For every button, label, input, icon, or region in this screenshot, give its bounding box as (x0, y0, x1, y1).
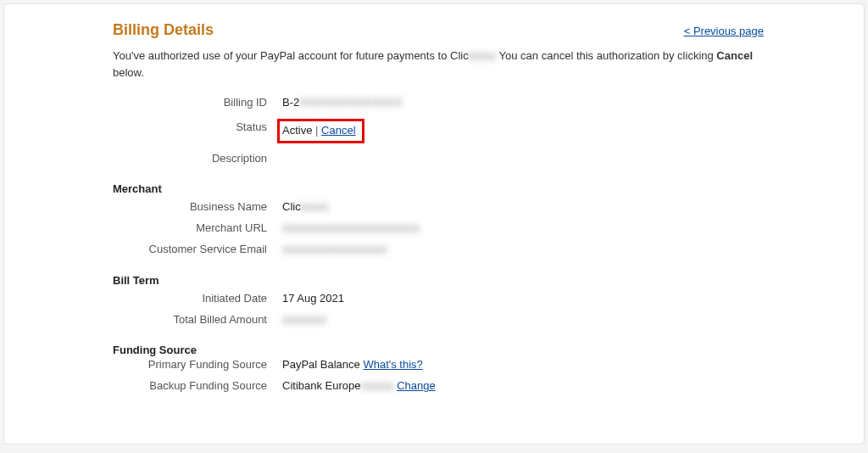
value-billing-id: B-2XXXXXXXXXXXXXX (282, 94, 840, 112)
merchant-url-blur: xxxxxxxxxxxxxxxxxxxxxxxxx (282, 221, 420, 234)
customer-email-blur: xxxxxxxxxxxxxxxxxxx (282, 243, 387, 255)
business-name-blur: kxxxx (301, 200, 329, 213)
total-billed-blur: xxxxxxxx (282, 313, 326, 326)
section-merchant-title: Merchant (28, 182, 840, 195)
change-link[interactable]: Change (397, 379, 436, 392)
backup-funding-blur: xxxxxx (361, 379, 394, 392)
row-primary-funding: Primary Funding Source PayPal Balance Wh… (28, 356, 840, 374)
label-description: Description (28, 150, 282, 168)
row-description: Description (28, 150, 840, 168)
label-status: Status (28, 119, 282, 143)
label-billing-id: Billing ID (28, 94, 282, 112)
value-backup-funding: Citibank Europexxxxxx Change (282, 378, 840, 395)
value-business-name: Clickxxxx (282, 199, 840, 216)
intro-merchant-blur: kxxxx (469, 49, 497, 62)
business-name-prefix: Clic (282, 200, 301, 213)
status-highlight-box: Active | Cancel (277, 119, 364, 143)
label-backup-funding: Backup Funding Source (28, 378, 282, 395)
value-merchant-url: xxxxxxxxxxxxxxxxxxxxxxxxx (282, 220, 840, 238)
label-merchant-url: Merchant URL (28, 220, 282, 238)
intro-part2: You can cancel this authorization by cli… (496, 49, 716, 62)
section-funding-title: Funding Source (28, 344, 840, 356)
row-business-name: Business Name Clickxxxx (28, 199, 840, 216)
intro-text: You've authorized use of your PayPal acc… (28, 48, 840, 81)
row-backup-funding: Backup Funding Source Citibank Europexxx… (28, 378, 840, 395)
value-customer-email: xxxxxxxxxxxxxxxxxxx (282, 241, 840, 259)
value-primary-funding: PayPal Balance What's this? (282, 356, 840, 374)
section-billterm: Initiated Date 17 Aug 2021 Total Billed … (28, 290, 840, 329)
header-row: Billing Details < Previous page (28, 21, 840, 39)
billing-id-prefix: B-2 (282, 96, 299, 109)
intro-part3: below. (113, 66, 144, 79)
row-merchant-url: Merchant URL xxxxxxxxxxxxxxxxxxxxxxxxx (28, 220, 840, 238)
billing-id-blur: XXXXXXXXXXXXXX (299, 96, 402, 109)
row-customer-email: Customer Service Email xxxxxxxxxxxxxxxxx… (28, 241, 840, 259)
value-description (282, 150, 840, 168)
value-total-billed: xxxxxxxx (282, 311, 840, 329)
label-business-name: Business Name (28, 199, 282, 216)
row-total-billed: Total Billed Amount xxxxxxxx (28, 311, 840, 329)
intro-bold: Cancel (716, 49, 753, 62)
label-total-billed: Total Billed Amount (28, 311, 282, 329)
row-billing-id: Billing ID B-2XXXXXXXXXXXXXX (28, 94, 840, 112)
primary-funding-value: PayPal Balance (282, 358, 360, 371)
row-initiated-date: Initiated Date 17 Aug 2021 (28, 290, 840, 308)
section-merchant: Business Name Clickxxxx Merchant URL xxx… (28, 199, 840, 258)
whats-this-link[interactable]: What's this? (363, 358, 422, 371)
status-separator: | (315, 124, 318, 137)
row-status: Status Active | Cancel (28, 119, 840, 143)
page-title: Billing Details (113, 21, 214, 39)
intro-part1: You've authorized use of your PayPal acc… (113, 49, 469, 62)
backup-funding-prefix: Citibank Europe (282, 379, 361, 392)
label-primary-funding: Primary Funding Source (28, 356, 282, 374)
section-billterm-title: Bill Term (28, 274, 840, 287)
status-active: Active (282, 124, 312, 137)
value-status: Active | Cancel (282, 119, 840, 143)
previous-page-link[interactable]: < Previous page (684, 25, 764, 37)
billing-details-panel: Billing Details < Previous page You've a… (3, 3, 865, 445)
label-customer-email: Customer Service Email (28, 241, 282, 259)
cancel-link[interactable]: Cancel (321, 124, 355, 137)
label-initiated-date: Initiated Date (28, 290, 282, 308)
section-funding: Primary Funding Source PayPal Balance Wh… (28, 356, 840, 395)
value-initiated-date: 17 Aug 2021 (282, 290, 840, 308)
